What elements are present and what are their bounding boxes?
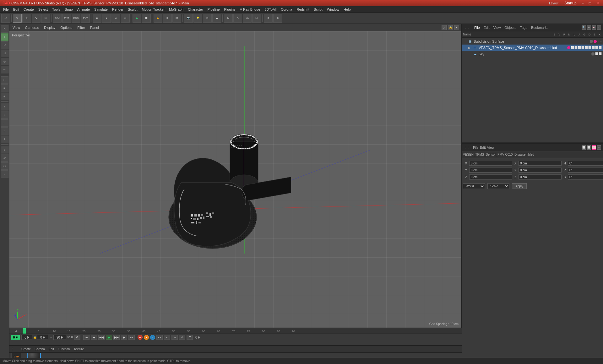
viewport-menu-display[interactable]: Display <box>43 25 57 30</box>
sidebar-line-cut[interactable]: ╱ <box>1 103 8 110</box>
sidebar-magnet[interactable]: ⊗ <box>1 146 8 153</box>
menu-file[interactable]: File <box>1 7 11 12</box>
menu-corona[interactable]: Corona <box>279 7 294 12</box>
obj-item-sky[interactable]: ☁ Sky ⬜ ⬜ <box>462 51 603 57</box>
menu-render[interactable]: Render <box>110 7 125 12</box>
move-tool-btn[interactable]: ✛ <box>22 14 31 23</box>
mat-texture-btn[interactable]: Texture <box>72 347 85 351</box>
menu-motiontracker[interactable]: Motion Tracker <box>140 7 167 12</box>
rotate-tool-btn[interactable]: ↺ <box>41 14 50 23</box>
select-tool-btn[interactable]: ↖ <box>13 14 22 23</box>
sidebar-brush[interactable]: 🖌 <box>1 154 8 162</box>
light-btn[interactable]: 💡 <box>193 14 202 23</box>
spline-btn[interactable]: ∿ <box>233 14 242 23</box>
attrs-btn-1[interactable]: ⬜ <box>582 145 586 150</box>
point-mode-btn[interactable]: PNT <box>62 14 71 23</box>
timeline-settings-btn[interactable]: ⚙ <box>179 335 185 340</box>
sphere-btn[interactable]: ● <box>102 14 111 23</box>
panel-search-btn[interactable]: 🔍 <box>582 25 586 30</box>
scale-tool-btn[interactable]: ⇲ <box>32 14 41 23</box>
sidebar-paint[interactable]: ⬡ <box>1 162 8 170</box>
menu-mograph[interactable]: MoGraph <box>167 7 185 12</box>
sidebar-matrix-extrude[interactable]: ⊟ <box>1 93 8 100</box>
play-forward-btn[interactable]: ▶ <box>106 335 112 340</box>
panel-config-btn[interactable]: ⚙ <box>587 25 591 30</box>
sidebar-extrude[interactable]: ⊞ <box>1 84 8 92</box>
apply-button[interactable]: Apply <box>512 183 527 189</box>
panel-tab-objects[interactable]: Objects <box>503 25 517 30</box>
current-frame-input[interactable] <box>21 335 32 340</box>
sky-btn[interactable]: ☁ <box>212 14 221 23</box>
stop-btn-toolbar[interactable]: ⏹ <box>142 14 151 23</box>
sidebar-live-select[interactable]: ◎ <box>1 58 8 65</box>
sidebar-move[interactable]: ✛ <box>1 33 8 41</box>
sidebar-smooth[interactable]: ~ <box>1 170 8 178</box>
menu-script[interactable]: Script <box>312 7 324 12</box>
record-stop-btn[interactable]: ■ <box>138 335 143 340</box>
coord-input-h[interactable] <box>568 161 603 166</box>
viewport-lock-btn[interactable]: 🔒 <box>448 25 453 30</box>
viewport-menu-options[interactable]: Options <box>59 25 73 30</box>
menu-pipeline[interactable]: Pipeline <box>205 7 221 12</box>
step-back-btn[interactable]: ◀ <box>91 335 97 340</box>
go-to-start-btn[interactable]: ⏮ <box>83 335 90 340</box>
render-region-btn[interactable]: ⊞ <box>163 14 172 23</box>
attrs-btn-x[interactable]: × <box>597 145 601 150</box>
panel-tab-tags[interactable]: Tags <box>519 25 529 30</box>
menu-select[interactable]: Select <box>36 7 50 12</box>
play-fast-btn[interactable]: ▶▶ <box>113 335 120 340</box>
coords-scale-dropdown[interactable]: Scale Size <box>487 183 509 189</box>
obj-item-subdivision[interactable]: ⊞ Subdivision Surface ✓ × <box>462 38 603 45</box>
menu-animate[interactable]: Animate <box>75 7 92 12</box>
menu-simulate[interactable]: Simulate <box>92 7 110 12</box>
object-mode-btn[interactable]: OBJ <box>53 14 62 23</box>
menu-plugins[interactable]: Plugins <box>222 7 237 12</box>
coord-input-z[interactable] <box>469 174 512 179</box>
key-sel-btn[interactable]: K <box>164 335 170 340</box>
coord-input-x[interactable] <box>469 161 512 166</box>
key-all-btn[interactable]: K+ <box>156 335 163 340</box>
mat-corona-btn[interactable]: Corona <box>33 347 46 351</box>
viewport-menu-panel[interactable]: Panel <box>89 25 100 30</box>
menu-window[interactable]: Window <box>325 7 341 12</box>
obj-item-vesen[interactable]: ▶ ⊟ VESEN_TPMS_Sensor_PMV-C010_Disassemb… <box>462 45 603 51</box>
attrs-btn-pink[interactable]: ■ <box>592 145 596 150</box>
mat-edit-btn[interactable]: Edit <box>47 347 55 351</box>
undo-btn[interactable]: ↩ <box>1 14 10 23</box>
auto-key-btn[interactable]: A <box>150 335 155 340</box>
viewport-expand-btn[interactable]: ⤢ <box>442 25 447 30</box>
sidebar-bevel[interactable]: ⌐ <box>1 119 8 127</box>
minimize-btn[interactable]: − <box>580 1 585 5</box>
record-btn[interactable]: ● <box>144 335 149 340</box>
menu-snap[interactable]: Snap <box>63 7 75 12</box>
panel-tab-bookmarks[interactable]: Bookmarks <box>530 25 550 30</box>
panel-close-btn[interactable]: ■ <box>592 25 596 30</box>
coord-input-z2[interactable] <box>519 174 562 179</box>
menu-character[interactable]: Character <box>186 7 205 12</box>
sidebar-bridge[interactable]: ⌂ <box>1 127 8 135</box>
viewport-menu-view[interactable]: View <box>11 25 21 30</box>
timeline-start-field[interactable]: 0 F <box>11 335 20 340</box>
play-btn-toolbar[interactable]: ▶ <box>133 14 141 23</box>
menu-vraybridge[interactable]: V-Ray Bridge <box>238 7 262 12</box>
coord-input-x2[interactable] <box>519 161 562 166</box>
menu-help[interactable]: Help <box>342 7 353 12</box>
close-btn[interactable]: ✕ <box>595 1 600 5</box>
sidebar-poly-pen[interactable]: ✏ <box>1 66 8 73</box>
mat-function-btn[interactable]: Function <box>57 347 71 351</box>
menu-edit[interactable]: Edit <box>11 7 21 12</box>
mat-create-btn[interactable]: Create <box>20 347 32 351</box>
frame-lock-icon[interactable]: 🔒 <box>33 336 36 339</box>
panel-tab-edit[interactable]: Edit <box>482 25 491 30</box>
panel-tab-file[interactable]: File <box>473 25 481 30</box>
attrs-tab-file[interactable]: File <box>473 146 479 149</box>
sidebar-scale[interactable]: ⇲ <box>1 50 8 57</box>
maximize-btn[interactable]: □ <box>588 1 592 5</box>
sidebar-weld[interactable]: ⌇ <box>1 136 8 143</box>
material-btn[interactable]: M <box>224 14 233 23</box>
menu-redshift[interactable]: Redshift <box>295 7 311 12</box>
layout-value[interactable]: Startup <box>563 1 578 5</box>
viewport-canvas[interactable]: Perspective <box>9 31 461 328</box>
step-forward-btn[interactable]: ▶ <box>121 335 127 340</box>
tag-btn[interactable]: 🏷 <box>252 14 261 23</box>
